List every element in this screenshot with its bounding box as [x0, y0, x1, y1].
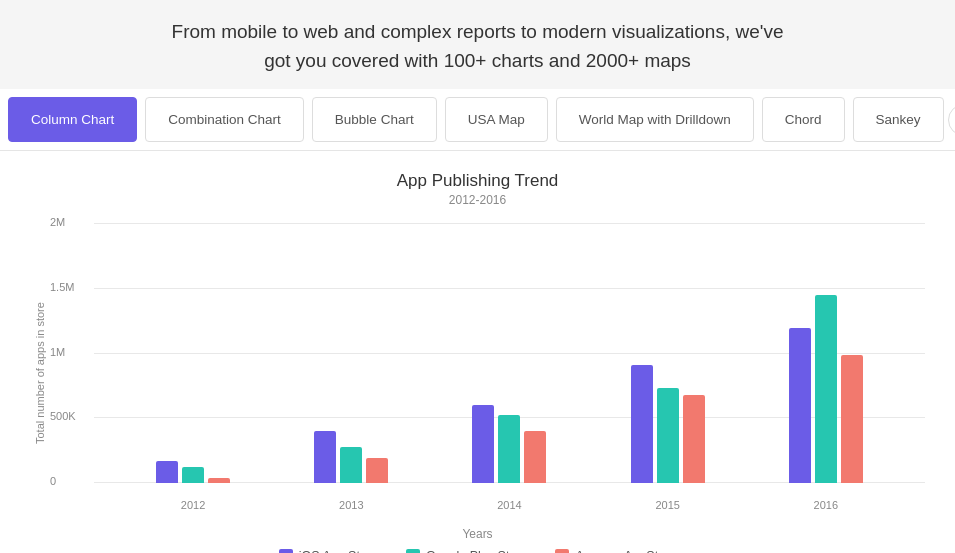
bar-2012-ios: [156, 461, 178, 483]
x-label-2016: 2016: [796, 499, 856, 511]
page-wrapper: From mobile to web and complex reports t…: [0, 0, 955, 553]
chart-title: App Publishing Trend: [30, 171, 925, 191]
bar-2014-ios: [472, 405, 494, 483]
grid-label-0: 0: [50, 475, 56, 487]
legend-label-ios: iOS App Store: [299, 549, 378, 553]
y-axis-label: Total number of apps in store: [30, 223, 50, 523]
grid-label-2m: 2M: [50, 216, 65, 228]
tab-chord[interactable]: Chord: [762, 97, 845, 142]
tab-bubble-chart[interactable]: Bubble Chart: [312, 97, 437, 142]
bar-2013-amazon: [366, 458, 388, 483]
bar-2015-amazon: [683, 395, 705, 483]
header-section: From mobile to web and complex reports t…: [0, 0, 955, 89]
bar-2016-ios: [789, 328, 811, 483]
chart-container: App Publishing Trend 2012-2016 Total num…: [0, 151, 955, 553]
bar-2013-google: [340, 447, 362, 483]
tabs-wrapper: Column Chart Combination Chart Bubble Ch…: [0, 89, 955, 151]
tab-column-chart[interactable]: Column Chart: [8, 97, 137, 142]
bar-2014-amazon: [524, 431, 546, 483]
x-axis-labels: 2012 2013 2014 2015 2016: [94, 499, 925, 511]
bar-2016-google: [815, 295, 837, 483]
bar-2012-amazon: [208, 478, 230, 483]
x-label-2015: 2015: [638, 499, 698, 511]
legend-dot-ios: [279, 549, 293, 553]
bar-group-2015: [631, 365, 705, 483]
legend-dot-google: [406, 549, 420, 553]
x-label-2013: 2013: [321, 499, 381, 511]
legend-ios: iOS App Store: [279, 549, 378, 553]
bar-2015-google: [657, 388, 679, 483]
bar-2012-google: [182, 467, 204, 483]
x-label-2014: 2014: [479, 499, 539, 511]
bar-2013-ios: [314, 431, 336, 483]
legend-label-amazon: Amazon AppStore: [575, 549, 676, 553]
bar-group-2012: [156, 461, 230, 483]
legend-google: Google Play Store: [406, 549, 527, 553]
bar-group-2013: [314, 431, 388, 483]
x-label-2012: 2012: [163, 499, 223, 511]
chart-subtitle: 2012-2016: [30, 193, 925, 207]
legend-amazon: Amazon AppStore: [555, 549, 676, 553]
grid-label-500k: 500K: [50, 410, 76, 422]
tab-combination-chart[interactable]: Combination Chart: [145, 97, 304, 142]
header-text: From mobile to web and complex reports t…: [60, 18, 895, 75]
tab-world-map[interactable]: World Map with Drilldown: [556, 97, 754, 142]
tab-usa-map[interactable]: USA Map: [445, 97, 548, 142]
chart-area: Total number of apps in store 2M 1.5M 1M…: [30, 223, 925, 523]
bar-group-2014: [472, 405, 546, 483]
bars-area: [94, 223, 925, 483]
chart-inner: 2M 1.5M 1M 500K 0: [54, 223, 925, 523]
x-axis-title: Years: [30, 527, 925, 541]
grid-label-1m: 1M: [50, 346, 65, 358]
bar-2014-google: [498, 415, 520, 483]
chart-legend: iOS App Store Google Play Store Amazon A…: [30, 549, 925, 553]
bar-2015-ios: [631, 365, 653, 483]
legend-label-google: Google Play Store: [426, 549, 527, 553]
tab-sankey[interactable]: Sankey: [853, 97, 944, 142]
grid-label-1-5m: 1.5M: [50, 281, 74, 293]
legend-dot-amazon: [555, 549, 569, 553]
bar-group-2016: [789, 295, 863, 483]
tab-scroll-right-button[interactable]: ›: [948, 104, 955, 136]
bar-2016-amazon: [841, 355, 863, 483]
